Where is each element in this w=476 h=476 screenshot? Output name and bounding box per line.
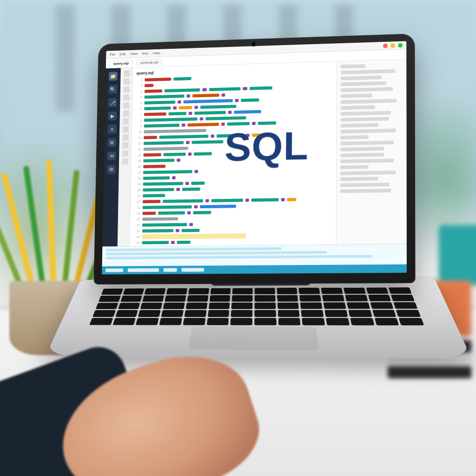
key[interactable]: [299, 288, 320, 294]
key[interactable]: [324, 310, 348, 317]
outline-item[interactable]: [341, 75, 382, 80]
key[interactable]: [278, 302, 299, 309]
key[interactable]: [277, 295, 298, 302]
key[interactable]: [254, 303, 276, 309]
outline-item[interactable]: [341, 106, 376, 110]
outline-item[interactable]: [341, 129, 396, 134]
outline-item[interactable]: [341, 111, 391, 115]
key[interactable]: [232, 295, 253, 302]
key[interactable]: [140, 303, 163, 309]
key[interactable]: [322, 295, 344, 301]
key[interactable]: [96, 303, 119, 309]
key[interactable]: [232, 288, 253, 294]
extensions-icon[interactable]: ⧉: [107, 138, 116, 147]
key[interactable]: [255, 295, 276, 302]
outline-item[interactable]: [341, 81, 387, 86]
key[interactable]: [207, 310, 229, 317]
key[interactable]: [368, 295, 391, 301]
key[interactable]: [278, 310, 300, 317]
outline-item[interactable]: [340, 159, 394, 163]
code-editor[interactable]: query.sql 123456789101112131415161718192…: [130, 61, 337, 246]
key[interactable]: [231, 318, 252, 325]
key[interactable]: [254, 318, 276, 325]
menu-file[interactable]: File: [110, 53, 115, 57]
outline-panel[interactable]: [336, 60, 407, 245]
key[interactable]: [300, 302, 323, 309]
output-console[interactable]: [102, 244, 406, 266]
outline-item[interactable]: [341, 117, 389, 121]
status-chip[interactable]: [164, 268, 177, 272]
key[interactable]: [278, 318, 300, 325]
database-icon[interactable]: ≡: [108, 125, 117, 134]
key[interactable]: [206, 318, 229, 325]
minimize-icon[interactable]: [390, 43, 395, 48]
outline-item[interactable]: [340, 189, 391, 193]
key[interactable]: [370, 302, 394, 309]
key[interactable]: [118, 303, 140, 309]
key[interactable]: [366, 287, 389, 294]
key[interactable]: [372, 310, 397, 317]
key[interactable]: [399, 318, 424, 325]
key[interactable]: [142, 295, 164, 302]
status-chip[interactable]: [128, 268, 159, 272]
key[interactable]: [187, 295, 208, 302]
key[interactable]: [277, 288, 298, 294]
outline-item[interactable]: [341, 64, 365, 68]
key[interactable]: [101, 289, 123, 295]
key[interactable]: [120, 296, 142, 302]
key[interactable]: [183, 318, 205, 325]
key[interactable]: [209, 295, 230, 302]
key[interactable]: [302, 318, 325, 325]
close-icon[interactable]: [383, 43, 388, 48]
key[interactable]: [350, 318, 374, 325]
key[interactable]: [208, 303, 230, 309]
key[interactable]: [374, 318, 399, 325]
key[interactable]: [89, 318, 113, 325]
menu-edit[interactable]: Edit: [119, 52, 126, 56]
key[interactable]: [145, 288, 166, 294]
key[interactable]: [159, 318, 182, 325]
outline-item[interactable]: [341, 93, 372, 98]
key[interactable]: [231, 303, 253, 309]
outline-item[interactable]: [341, 135, 369, 139]
explorer-icon[interactable]: 📁: [109, 72, 118, 81]
key[interactable]: [301, 310, 324, 317]
key[interactable]: [165, 295, 186, 302]
key[interactable]: [391, 295, 415, 301]
key[interactable]: [123, 288, 144, 294]
search-icon[interactable]: 🔍: [108, 85, 117, 94]
key[interactable]: [138, 310, 161, 317]
menu-help[interactable]: Help: [153, 51, 160, 55]
key[interactable]: [344, 288, 366, 294]
key[interactable]: [93, 310, 116, 317]
outline-item[interactable]: [341, 69, 395, 74]
key[interactable]: [210, 288, 231, 294]
key[interactable]: [347, 302, 370, 309]
key[interactable]: [166, 288, 187, 294]
status-chip[interactable]: [181, 268, 204, 271]
key[interactable]: [161, 310, 184, 317]
key[interactable]: [254, 310, 276, 317]
key[interactable]: [299, 295, 321, 301]
key[interactable]: [326, 318, 350, 325]
menu-view[interactable]: View: [130, 52, 138, 56]
outline-item[interactable]: [340, 183, 389, 187]
key[interactable]: [163, 303, 185, 309]
outline-item[interactable]: [341, 99, 397, 104]
menu-run[interactable]: Run: [142, 51, 148, 55]
key[interactable]: [188, 288, 209, 294]
key[interactable]: [112, 318, 136, 325]
outline-item[interactable]: [341, 123, 378, 128]
key[interactable]: [99, 296, 121, 302]
outline-item[interactable]: [340, 153, 384, 158]
keyboard[interactable]: [89, 287, 424, 325]
status-chip[interactable]: [106, 268, 123, 272]
key[interactable]: [185, 303, 207, 309]
key[interactable]: [136, 318, 159, 325]
trackpad[interactable]: [188, 327, 319, 350]
key[interactable]: [396, 310, 421, 317]
outline-item[interactable]: [341, 87, 393, 92]
outline-item[interactable]: [340, 171, 396, 175]
outline-item[interactable]: [340, 177, 378, 181]
key[interactable]: [231, 310, 252, 317]
